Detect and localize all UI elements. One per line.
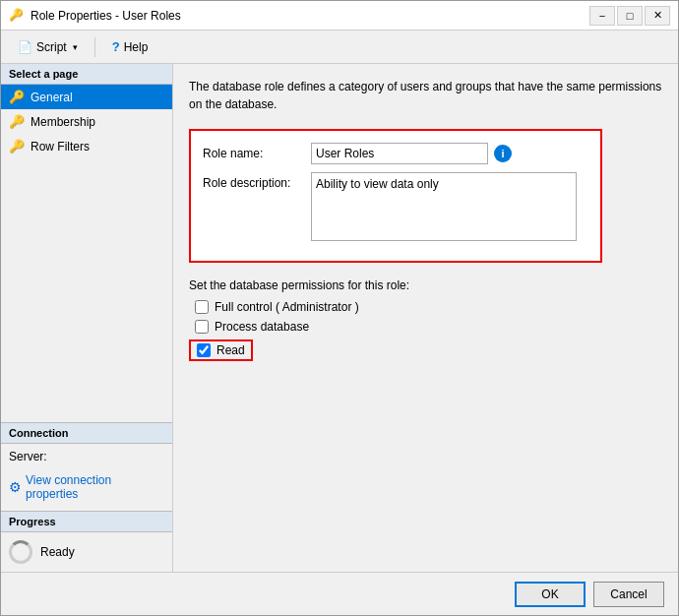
sidebar-item-general[interactable]: 🔑 General — [1, 85, 172, 109]
connection-content: Server: ⚙ View connection properties — [1, 444, 172, 511]
role-name-row: Role name: i — [203, 143, 588, 164]
sidebar-item-rowfilters[interactable]: 🔑 Row Filters — [1, 134, 172, 158]
footer: OK Cancel — [1, 572, 678, 615]
ready-label: Ready — [40, 545, 75, 559]
sidebar-item-membership[interactable]: 🔑 Membership — [1, 109, 172, 134]
restore-button[interactable]: □ — [617, 6, 643, 26]
info-icon[interactable]: i — [494, 145, 512, 162]
select-page-title: Select a page — [1, 64, 172, 85]
connection-section-title: Connection — [1, 422, 172, 444]
view-connection-label: View connection properties — [26, 473, 164, 501]
help-label: Help — [124, 40, 149, 54]
script-dropdown-arrow: ▾ — [73, 42, 78, 52]
main-window: 🔑 Role Properties - User Roles − □ ✕ 📄 S… — [0, 0, 679, 616]
sidebar-item-general-label: General — [31, 91, 73, 104]
window-title: Role Properties - User Roles — [31, 9, 181, 23]
general-icon: 🔑 — [9, 90, 25, 104]
progress-spinner — [9, 540, 32, 564]
read-label: Read — [216, 343, 245, 357]
role-name-label: Role name: — [203, 143, 311, 160]
toolbar: 📄 Script ▾ ? Help — [1, 31, 678, 64]
sidebar-item-membership-label: Membership — [31, 115, 95, 129]
help-button[interactable]: ? Help — [105, 35, 155, 58]
main-content: Select a page 🔑 General 🔑 Membership 🔑 R… — [1, 64, 678, 572]
close-button[interactable]: ✕ — [645, 6, 670, 26]
script-button[interactable]: 📄 Script ▾ — [11, 36, 85, 58]
role-description-label: Role description: — [203, 172, 311, 190]
minimize-button[interactable]: − — [589, 6, 615, 26]
script-icon: 📄 — [18, 40, 32, 54]
checkbox-row-process: Process database — [189, 320, 662, 334]
ok-button[interactable]: OK — [515, 582, 586, 607]
sidebar: Select a page 🔑 General 🔑 Membership 🔑 R… — [1, 64, 173, 572]
view-connection-link[interactable]: ⚙ View connection properties — [9, 469, 164, 505]
progress-section-title: Progress — [1, 511, 172, 532]
read-checkbox[interactable] — [197, 343, 211, 357]
process-database-label: Process database — [215, 320, 309, 334]
role-description-textarea[interactable]: Ability to view data only — [311, 172, 577, 241]
role-description-row: Role description: Ability to view data o… — [203, 172, 588, 241]
toolbar-separator — [94, 37, 95, 57]
membership-icon: 🔑 — [9, 114, 25, 129]
title-bar-controls: − □ ✕ — [589, 6, 670, 26]
role-name-input[interactable] — [311, 143, 488, 164]
cancel-button[interactable]: Cancel — [593, 582, 664, 607]
role-name-input-group: i — [311, 143, 588, 164]
sidebar-item-rowfilters-label: Row Filters — [31, 140, 90, 154]
full-control-checkbox[interactable] — [195, 300, 209, 314]
rowfilters-icon: 🔑 — [9, 139, 25, 154]
permissions-section: Set the database permissions for this ro… — [189, 278, 662, 361]
content-area: The database role defines a category of … — [173, 64, 678, 572]
title-bar-left: 🔑 Role Properties - User Roles — [9, 8, 181, 24]
server-label: Server: — [9, 450, 164, 463]
checkbox-row-read: Read — [189, 339, 253, 361]
checkbox-row-full: Full control ( Administrator ) — [189, 300, 662, 314]
title-bar: 🔑 Role Properties - User Roles − □ ✕ — [1, 1, 678, 31]
script-label: Script — [36, 40, 67, 54]
view-connection-icon: ⚙ — [9, 479, 22, 495]
progress-content: Ready — [1, 532, 172, 572]
window-icon: 🔑 — [9, 8, 25, 24]
process-database-checkbox[interactable] — [195, 320, 209, 334]
description-text: The database role defines a category of … — [189, 78, 662, 113]
permissions-label: Set the database permissions for this ro… — [189, 278, 662, 292]
help-icon: ? — [112, 39, 120, 54]
form-section: Role name: i Role description: Ability t… — [189, 129, 602, 263]
full-control-label: Full control ( Administrator ) — [215, 300, 359, 314]
